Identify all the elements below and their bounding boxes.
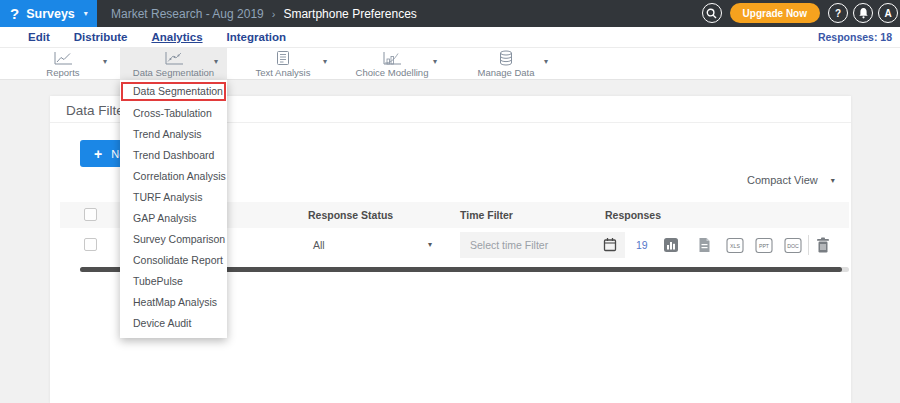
menu-item-consolidate-report[interactable]: Consolidate Report: [120, 250, 227, 271]
toolbar-label: Text Analysis: [256, 67, 311, 78]
menu-item-gap-analysis[interactable]: GAP Analysis: [120, 208, 227, 229]
calendar-icon[interactable]: [603, 237, 617, 256]
response-status-select[interactable]: All: [313, 239, 325, 251]
excel-export-icon[interactable]: XLS: [726, 237, 745, 258]
document-export-icon[interactable]: [698, 237, 711, 257]
breadcrumb-separator: ›: [272, 8, 276, 20]
svg-text:DOC: DOC: [787, 243, 799, 249]
toolbar-label: Reports: [46, 67, 79, 78]
help-button[interactable]: ?: [828, 3, 848, 23]
responses-count-badge: Responses: 18: [818, 31, 892, 43]
menu-item-device-audit[interactable]: Device Audit: [120, 313, 227, 334]
nav-item-analytics[interactable]: Analytics: [151, 31, 202, 43]
menu-item-turf-analysis[interactable]: TURF Analysis: [120, 187, 227, 208]
toolbar-item-choice-modelling[interactable]: Choice Modelling: [352, 48, 432, 80]
nav-item-edit[interactable]: Edit: [28, 31, 50, 43]
toolbar-item-manage-data[interactable]: Manage Data: [470, 48, 542, 80]
toolbar-item-text-analysis[interactable]: Text Analysis: [248, 48, 318, 80]
column-responses: Responses: [605, 202, 661, 228]
notifications-button[interactable]: [853, 3, 873, 23]
responses-count-link[interactable]: 19: [636, 239, 648, 251]
compact-view-toggle[interactable]: Compact View ▾: [747, 174, 835, 186]
menu-item-survey-comparison[interactable]: Survey Comparison: [120, 229, 227, 250]
select-all-checkbox[interactable]: [84, 208, 97, 221]
toolbar-label: Data Segmentation: [133, 67, 214, 78]
breadcrumb: Market Research - Aug 2019 › Smartphone …: [111, 7, 417, 21]
avatar-initial: A: [884, 8, 891, 19]
svg-text:XLS: XLS: [730, 243, 740, 249]
chevron-down-icon: ▾: [84, 9, 88, 18]
choice-modelling-chevron-down-icon[interactable]: ▾: [433, 57, 437, 66]
icon-group-divider: [808, 235, 809, 255]
svg-text:PPT: PPT: [759, 243, 770, 249]
search-button[interactable]: [702, 3, 722, 23]
data-segmentation-menu: Data Segmentation Cross-Tabulation Trend…: [120, 80, 227, 338]
bell-icon: [858, 7, 869, 19]
chevron-down-icon: ▾: [831, 176, 835, 185]
toolbar-label: Choice Modelling: [356, 67, 429, 78]
menu-item-data-segmentation[interactable]: Data Segmentation: [121, 82, 226, 101]
data-segmentation-chevron-down-icon[interactable]: ▾: [214, 57, 218, 66]
text-analysis-chevron-down-icon[interactable]: ▾: [323, 57, 327, 66]
menu-item-tubepulse[interactable]: TubePulse: [120, 271, 227, 292]
breadcrumb-survey-name[interactable]: Market Research - Aug 2019: [111, 7, 264, 21]
word-export-icon[interactable]: DOC: [784, 237, 803, 258]
column-time-filter: Time Filter: [460, 202, 513, 228]
top-navbar: ? Surveys ▾ Market Research - Aug 2019 ›…: [0, 0, 900, 27]
topbar-actions: Upgrade Now ? A: [702, 3, 898, 23]
reports-chevron-down-icon[interactable]: ▾: [103, 57, 107, 66]
questionpro-logo-icon: ?: [10, 6, 19, 21]
product-name: Surveys: [26, 7, 75, 21]
compact-view-label: Compact View: [747, 174, 818, 186]
survey-section-nav: Edit Distribute Analytics Integration Re…: [0, 27, 900, 48]
plus-icon: +: [94, 147, 102, 161]
upgrade-now-button[interactable]: Upgrade Now: [730, 3, 820, 23]
manage-data-chevron-down-icon[interactable]: ▾: [544, 57, 548, 66]
account-avatar[interactable]: A: [878, 3, 898, 23]
column-response-status: Response Status: [308, 202, 393, 228]
surveys-product-menu[interactable]: ? Surveys ▾: [0, 0, 97, 27]
dashboard-report-icon[interactable]: [663, 237, 679, 257]
menu-item-correlation-analysis[interactable]: Correlation Analysis: [120, 166, 227, 187]
search-icon: [706, 8, 717, 19]
powerpoint-export-icon[interactable]: PPT: [755, 237, 774, 258]
menu-item-cross-tabulation[interactable]: Cross-Tabulation: [120, 103, 227, 124]
document-icon: [275, 50, 291, 66]
question-mark-icon: ?: [835, 8, 841, 19]
line-chart-icon: [52, 51, 74, 66]
toolbar-item-reports[interactable]: Reports: [28, 48, 98, 80]
row-checkbox[interactable]: [84, 238, 97, 251]
scatter-chart-icon: [163, 51, 185, 66]
time-filter-input[interactable]: [460, 232, 625, 258]
toolbar-label: Manage Data: [477, 67, 534, 78]
nav-item-distribute[interactable]: Distribute: [74, 31, 128, 43]
breadcrumb-current-page: Smartphone Preferences: [283, 7, 416, 21]
response-status-chevron-down-icon[interactable]: ▾: [428, 240, 432, 249]
curve-chart-icon: [381, 51, 403, 66]
menu-item-trend-analysis[interactable]: Trend Analysis: [120, 124, 227, 145]
menu-item-trend-dashboard[interactable]: Trend Dashboard: [120, 145, 227, 166]
menu-item-heatmap-analysis[interactable]: HeatMap Analysis: [120, 292, 227, 313]
database-icon: [498, 50, 514, 66]
delete-filter-icon[interactable]: [816, 237, 830, 257]
nav-item-integration[interactable]: Integration: [227, 31, 286, 43]
toolbar-item-data-segmentation[interactable]: Data Segmentation ▾: [120, 48, 227, 80]
analytics-toolbar: Reports ▾ Data Segmentation ▾ Text Analy…: [0, 48, 900, 80]
